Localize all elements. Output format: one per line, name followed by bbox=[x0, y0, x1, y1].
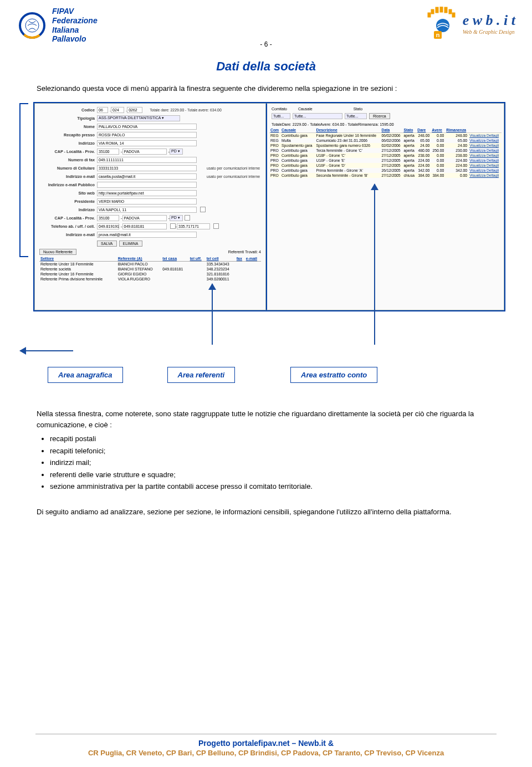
arrow-anagrafica bbox=[20, 350, 73, 351]
list-item: recapiti telefonici; bbox=[50, 446, 501, 457]
table-cell: 335.3434343 bbox=[206, 262, 236, 267]
col-header[interactable]: Causale bbox=[280, 127, 315, 133]
table-row: REGMultaComunicato 23 del 31.01.200606/0… bbox=[269, 138, 502, 143]
form-input[interactable]: VERDI MARIO bbox=[97, 198, 197, 204]
col-header[interactable]: Referente (A) bbox=[117, 256, 162, 262]
codice-2[interactable]: 024 bbox=[111, 107, 124, 113]
table-cell: 0.00 bbox=[431, 143, 445, 148]
form-input[interactable]: 049.818181 bbox=[122, 223, 167, 229]
table-cell: Contributo gara bbox=[280, 148, 315, 153]
save-button[interactable]: SALVA bbox=[97, 241, 117, 247]
form-label: Tipologia bbox=[37, 116, 97, 121]
page-header: FIPAV Federazione Italiana Pallavolo n e… bbox=[0, 0, 532, 44]
table-cell: Spostamento gara numero 6326 bbox=[315, 143, 381, 148]
table-cell: 0.00 bbox=[431, 168, 445, 173]
form-input[interactable]: PALLAVOLO PADOVA bbox=[97, 124, 197, 130]
form-row: IndirizzoVIA ROMA, 14 bbox=[37, 139, 263, 147]
visualizza-dettagli-link[interactable]: Visualizza Dettagli bbox=[469, 158, 499, 162]
col-header[interactable]: fax bbox=[236, 256, 245, 262]
visualizza-dettagli-link[interactable]: Visualizza Dettagli bbox=[469, 149, 499, 152]
filter-causale[interactable]: Tutte... bbox=[293, 113, 342, 119]
form-input[interactable] bbox=[97, 182, 197, 188]
form-input[interactable]: VIA ROMA, 14 bbox=[97, 140, 197, 146]
checkbox-icon[interactable] bbox=[185, 215, 190, 221]
label-codice: Codice bbox=[37, 108, 97, 113]
codice-1[interactable]: 06 bbox=[97, 107, 108, 113]
form-input[interactable]: 049.11111111 bbox=[97, 157, 197, 163]
visualizza-dettagli-link[interactable]: Visualizza Dettagli bbox=[469, 163, 499, 167]
table-cell: 238.00 bbox=[416, 153, 431, 158]
label-causale: Causale bbox=[298, 107, 313, 111]
form-input[interactable]: prova.mail@mail.it bbox=[97, 232, 197, 238]
checkbox-icon[interactable] bbox=[170, 223, 176, 229]
filter-comitato[interactable]: Tutti... bbox=[272, 113, 290, 119]
checkbox-icon[interactable] bbox=[213, 223, 219, 229]
form-input[interactable]: ROSSI PAOLO bbox=[97, 132, 197, 138]
visualizza-dettagli-link[interactable]: Visualizza Dettagli bbox=[469, 173, 499, 177]
nuovo-referente-button[interactable]: Nuovo Referente bbox=[39, 249, 76, 255]
fipav-label-2: Federazione bbox=[52, 16, 98, 25]
visualizza-dettagli-link[interactable]: Visualizza Dettagli bbox=[469, 168, 499, 172]
form-select[interactable]: ASS.SPORTIVA DILETTANTISTICA ▾ bbox=[97, 115, 180, 121]
table-cell: Multa bbox=[280, 138, 315, 143]
form-input[interactable]: 35100 bbox=[97, 215, 119, 221]
table-cell: Contributo gara bbox=[280, 153, 315, 158]
ricerca-button[interactable]: Ricerca bbox=[369, 113, 390, 119]
col-header[interactable]: e-mail bbox=[245, 256, 261, 262]
table-cell: 65.00 bbox=[445, 138, 468, 143]
form-input[interactable]: casella.posta@mail.it bbox=[97, 173, 197, 180]
form-input[interactable]: http://www.portalefipav.net bbox=[97, 190, 197, 196]
table-cell: 0.00 bbox=[445, 173, 468, 178]
form-input[interactable]: 35100 bbox=[97, 149, 119, 155]
svg-rect-10 bbox=[428, 13, 430, 17]
col-header[interactable]: Com bbox=[269, 127, 280, 133]
col-header[interactable]: Rimanenza bbox=[445, 127, 468, 133]
table-cell: 384.00 bbox=[431, 173, 445, 178]
form-select[interactable]: PD ▾ bbox=[170, 149, 183, 155]
list-item: indirizzi mail; bbox=[50, 457, 501, 468]
col-header[interactable]: Descrizione bbox=[315, 127, 381, 133]
table-cell: PRO bbox=[269, 158, 280, 163]
table-row: PROSpostamento garaSpostamento gara nume… bbox=[269, 143, 502, 148]
col-header[interactable] bbox=[468, 127, 502, 133]
col-header[interactable]: Stato bbox=[402, 127, 416, 133]
col-header[interactable]: tel casa bbox=[161, 256, 188, 262]
form-input[interactable]: VIA NAPOLI, 11 bbox=[97, 207, 197, 213]
col-header[interactable]: tel cell bbox=[206, 256, 236, 262]
table-row: Referente Under 16 FemminileGIORGI EGIDI… bbox=[39, 272, 261, 277]
visualizza-dettagli-link[interactable]: Visualizza Dettagli bbox=[469, 154, 499, 157]
col-header[interactable]: Avere bbox=[431, 127, 445, 133]
form-input[interactable]: PADOVA bbox=[122, 215, 167, 221]
delete-button[interactable]: ELIMINA bbox=[119, 241, 142, 247]
table-cell: Referente Under 18 Femminile bbox=[39, 262, 117, 267]
table-cell: PRO bbox=[269, 168, 280, 173]
svg-rect-6 bbox=[441, 7, 442, 12]
form-select[interactable]: PD ▾ bbox=[170, 215, 183, 221]
table-cell: aperta bbox=[402, 143, 416, 148]
sun-icon: n bbox=[426, 7, 459, 40]
codice-3[interactable]: 0262 bbox=[127, 107, 142, 113]
form-input[interactable]: 049.819191 bbox=[97, 223, 119, 229]
col-header[interactable]: tel uff. bbox=[189, 256, 206, 262]
form-label: CAP - Località - Prov. bbox=[37, 149, 97, 154]
visualizza-dettagli-link[interactable]: Visualizza Dettagli bbox=[469, 144, 499, 147]
col-header[interactable]: Dare bbox=[416, 127, 431, 133]
table-cell: 26/12/2005 bbox=[381, 168, 403, 173]
form-input[interactable]: PADOVA bbox=[122, 149, 167, 155]
checkbox-icon[interactable] bbox=[200, 207, 206, 212]
col-header[interactable]: Settore bbox=[39, 256, 117, 262]
form-label: Numero di Cellulare bbox=[37, 166, 97, 171]
visualizza-dettagli-link[interactable]: Visualizza Dettagli bbox=[469, 134, 499, 137]
table-cell: 480.00 bbox=[416, 148, 431, 153]
filter-stato[interactable]: Tutte... bbox=[345, 113, 367, 119]
visualizza-dettagli-link[interactable]: Visualizza Dettagli bbox=[469, 139, 499, 142]
callout-estratto: Area estratto conto bbox=[290, 367, 377, 383]
form-input[interactable]: 333313133 bbox=[97, 165, 197, 171]
footer-line-1: Progetto portalefipav.net – Newb.it & bbox=[0, 739, 532, 748]
form-input[interactable]: 335.717171 bbox=[177, 223, 210, 229]
table-cell: 248.00 bbox=[445, 133, 468, 139]
table-cell: aperta bbox=[402, 158, 416, 163]
col-header[interactable]: Data bbox=[381, 127, 403, 133]
table-cell: Contributo gara bbox=[280, 163, 315, 168]
table-cell: 0.00 bbox=[431, 133, 445, 139]
